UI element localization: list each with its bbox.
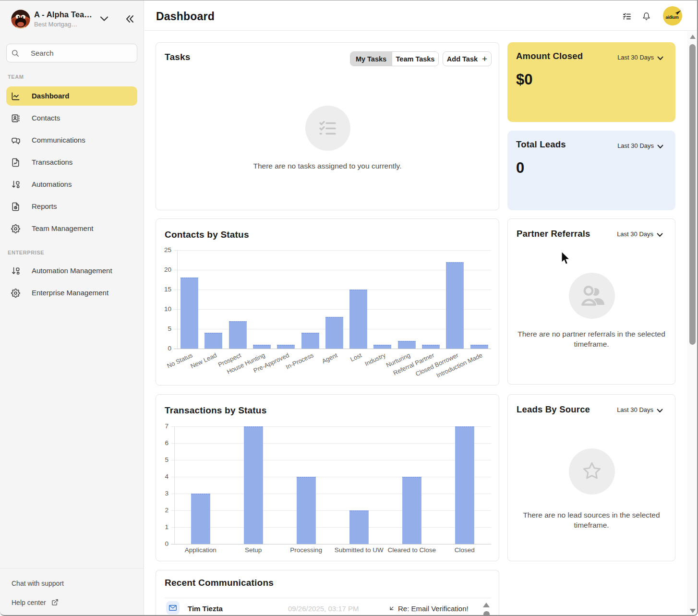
svg-text:aidium: aidium (666, 15, 679, 20)
